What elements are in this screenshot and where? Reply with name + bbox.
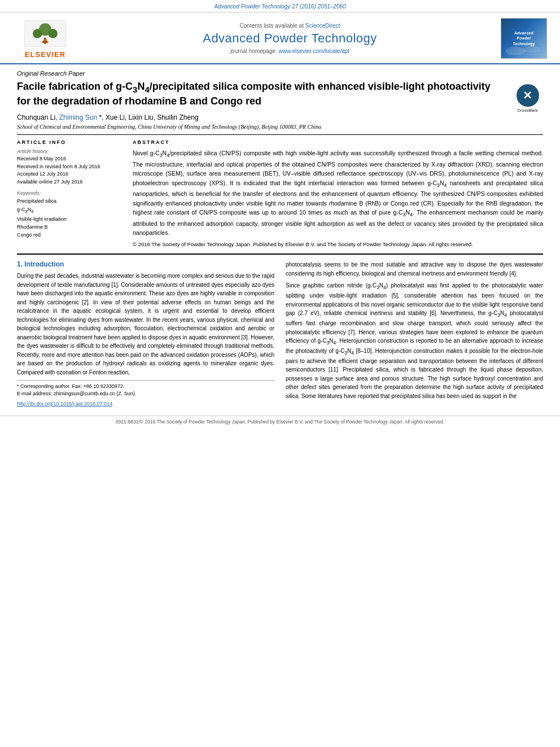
keywords-section: Keywords: Precipitated silica g-C3N4 Vis… [17,190,121,239]
author-xue: Xue Li, Lixin Liu, Shuilin Zheng [106,113,199,121]
page-container: Advanced Powder Technology 27 (2016) 205… [0,0,560,427]
affiliation-line: School of Chemical and Environmental Eng… [17,124,543,130]
crossmark-badge[interactable]: ✕ CrossMark [512,83,543,114]
keyword-3: Visible-light irradiation [17,215,121,223]
body-col-left: 1. Introduction During the past decades,… [17,260,274,406]
article-type: Original Research Paper [17,70,543,77]
main-content: Original Research Paper Facile fabricati… [0,64,560,412]
keywords-label: Keywords: [17,190,121,196]
crossmark-icon: ✕ [523,88,532,103]
svg-point-4 [49,29,58,38]
footnote-email: E-mail address: zhimingsun@cumtb.edu.cn … [17,390,274,397]
journal-cover-title: AdvancedPowderTechnology [513,30,535,46]
body-two-col: 1. Introduction During the past decades,… [17,260,543,406]
journal-cover-box: AdvancedPowderTechnology [501,18,547,59]
author-star: *, [99,113,105,121]
svg-point-8 [524,46,541,53]
header-center: Contents lists available at ScienceDirec… [85,23,495,54]
abstract-col: ABSTRACT Novel g-C3N4/precipitated silic… [133,139,543,248]
received-date: Received 8 May 2016 [17,155,121,163]
footnote-area: * Corresponding author. Fax: +86 10 6233… [17,380,274,397]
section-rule-top [17,134,543,135]
svg-point-6 [43,38,47,42]
bottom-bar: 0921-8831/© 2016 The Society of Powder T… [0,416,560,427]
homepage-label: journal homepage: [230,48,277,54]
keyword-4: Rhodamine B [17,223,121,231]
received-revised-date: Received in revised form 8 July 2016 [17,163,121,171]
history-label: Article history: [17,148,121,154]
accepted-date: Accepted 12 July 2016 [17,171,121,178]
body-para-2: photocatalysis seems to be the most suit… [286,260,543,278]
available-date: Available online 27 July 2016 [17,178,121,186]
body-para-1: During the past decades, industrial wast… [17,272,274,377]
sciencedirect-label: Contents lists available at [240,23,304,29]
doi-link[interactable]: http://dx.doi.org/10.1016/j.apt.2016.07.… [17,401,274,407]
keyword-1: Precipitated silica [17,197,121,205]
article-info-heading: ARTICLE INFO [17,139,121,145]
article-title: Facile fabrication of g-C3N4/precipitate… [17,80,543,108]
elsevier-brand-text: ELSEVIER [25,50,65,59]
header-left: ELSEVIER [11,18,79,59]
footnote-text: * Corresponding author. Fax: +86 10 6233… [17,383,274,390]
journal-ref-bar: Advanced Powder Technology 27 (2016) 205… [0,0,560,12]
header-area: ELSEVIER Contents lists available at Sci… [0,12,560,64]
crossmark-label: CrossMark [517,108,537,113]
authors-line: Chunquan Li, Zhiming Sun *, Xue Li, Lixi… [17,113,543,121]
crossmark-circle: ✕ [517,84,539,107]
article-title-text: Facile fabrication of g-C3N4/precipitate… [17,81,491,107]
abstract-heading: ABSTRACT [133,139,543,145]
body-col-right: photocatalysis seems to be the most suit… [286,260,543,406]
section1-heading: 1. Introduction [17,260,274,268]
elsevier-tree-icon [20,18,71,49]
svg-point-7 [505,47,526,55]
thick-rule-divider [17,254,543,255]
header-right: AdvancedPowderTechnology [501,18,549,59]
sciencedirect-link[interactable]: ScienceDirect [305,23,340,29]
author-chunquan: Chunquan Li, [17,113,59,121]
bottom-bar-text: 0921-8831/© 2016 The Society of Powder T… [17,419,543,425]
keyword-5: Congo red [17,231,121,239]
copyright-text: © 2016 The Society of Powder Technology … [133,241,543,248]
homepage-url[interactable]: www.elsevier.com/locate/apt [279,48,350,54]
sciencedirect-line: Contents lists available at ScienceDirec… [85,23,495,29]
elsevier-logo: ELSEVIER [11,18,79,59]
journal-ref-text: Advanced Powder Technology 27 (2016) 205… [214,3,345,10]
article-info-abstract-row: ARTICLE INFO Article history: Received 8… [17,139,543,248]
body-para-3: Since graphitic carbon nitride (g-C3N4) … [286,281,543,400]
abstract-text: Novel g-C3N4/precipitated silica (CN/PS)… [133,148,543,237]
author-zhiming[interactable]: Zhiming Sun [59,113,97,121]
svg-point-3 [33,29,42,38]
journal-title-main: Advanced Powder Technology [85,31,495,46]
journal-homepage: journal homepage: www.elsevier.com/locat… [85,48,495,54]
article-info-col: ARTICLE INFO Article history: Received 8… [17,139,121,248]
article-history-group: Article history: Received 8 May 2016 Rec… [17,148,121,186]
keyword-2: g-C3N4 [17,206,121,215]
